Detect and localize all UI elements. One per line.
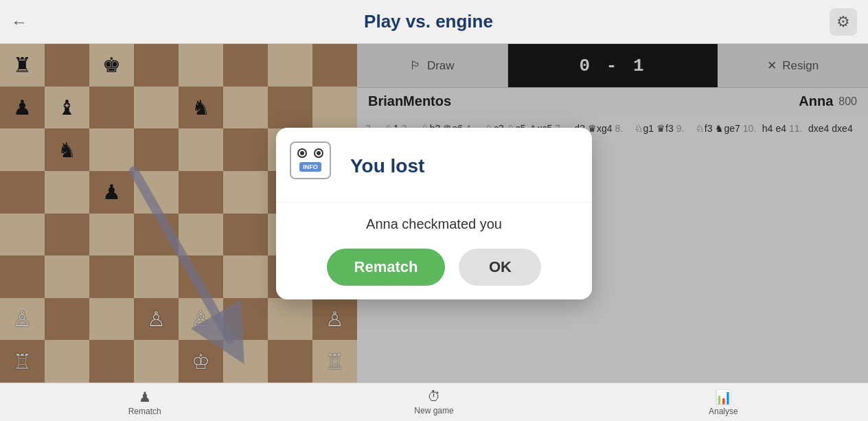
ok-button[interactable]: OK	[459, 249, 541, 286]
modal-overlay: INFO You lost Anna checkmated you Rematc…	[0, 44, 868, 383]
settings-button[interactable]: ⚙	[830, 8, 857, 36]
mascot: INFO	[290, 141, 339, 191]
nav-analyse-label: Analyse	[709, 407, 738, 416]
rematch-button[interactable]: Rematch	[327, 249, 446, 286]
rematch-icon: ♟	[139, 389, 151, 405]
new-game-icon: ⏱	[427, 389, 441, 405]
mascot-right-eye	[314, 148, 323, 158]
mascot-badge: INFO	[299, 162, 321, 172]
nav-new-game-label: New game	[414, 406, 453, 416]
modal-message: Anna checkmated you	[293, 216, 575, 232]
back-button[interactable]: ←	[11, 12, 27, 32]
mascot-eyes	[297, 148, 323, 158]
page-title: Play vs. engine	[364, 11, 493, 32]
modal-header: INFO You lost	[276, 128, 592, 203]
modal-buttons: Rematch OK	[293, 249, 575, 286]
mascot-body: INFO	[290, 141, 331, 179]
header: ← Play vs. engine ⚙	[0, 0, 868, 44]
result-modal: INFO You lost Anna checkmated you Rematc…	[276, 128, 592, 299]
gear-icon: ⚙	[836, 13, 850, 31]
nav-analyse[interactable]: 📊 Analyse	[579, 383, 868, 421]
analyse-icon: 📊	[715, 389, 732, 405]
nav-new-game[interactable]: ⏱ New game	[289, 383, 578, 421]
modal-body: Anna checkmated you Rematch OK	[276, 203, 592, 299]
nav-rematch-label: Rematch	[128, 407, 161, 416]
modal-title: You lost	[350, 155, 424, 177]
nav-rematch[interactable]: ♟ Rematch	[0, 383, 289, 421]
mascot-left-eye	[297, 148, 307, 158]
bottom-nav: ♟ Rematch ⏱ New game 📊 Analyse	[0, 383, 868, 421]
